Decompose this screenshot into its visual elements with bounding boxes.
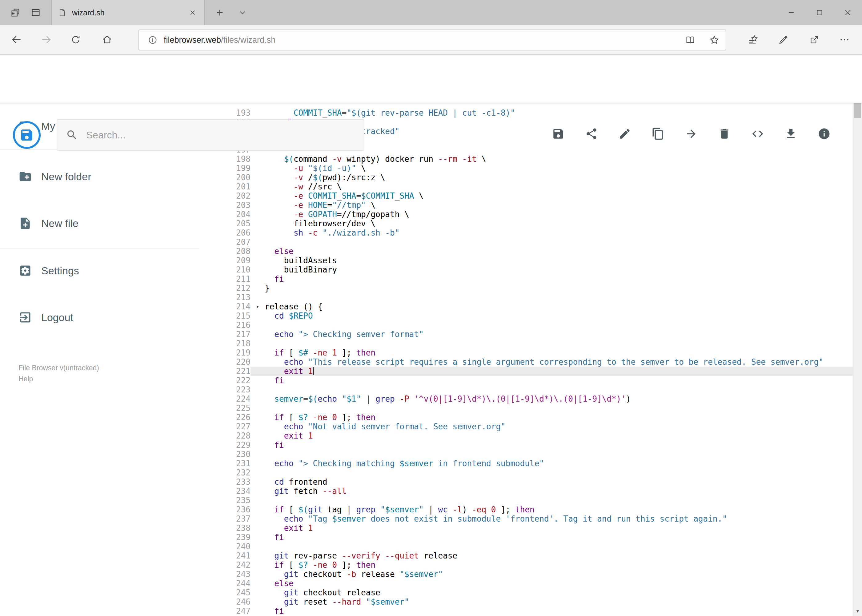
- code-line-245[interactable]: 245 git checkout release: [199, 588, 853, 597]
- code-line-236[interactable]: 236 if [ $(git tag | grep "$semver" | wc…: [199, 505, 853, 514]
- code-line-208[interactable]: 208 else: [199, 247, 853, 256]
- info-button[interactable]: [812, 121, 837, 146]
- browser-tab[interactable]: wizard.sh: [51, 0, 205, 25]
- code-line-231[interactable]: 231 echo "> Checking matching $semver in…: [199, 459, 853, 468]
- code-line-239[interactable]: 239 fi: [199, 533, 853, 542]
- code-line-205[interactable]: 205 filebrowser/dev \: [199, 219, 853, 228]
- code-text[interactable]: fi: [265, 274, 853, 284]
- code-line-229[interactable]: 229 fi: [199, 440, 853, 449]
- page-scrollbar[interactable]: ▲ ▼: [853, 55, 862, 616]
- code-text[interactable]: fi: [265, 533, 853, 542]
- code-line-227[interactable]: 227 echo "Not valid semver format. See s…: [199, 422, 853, 431]
- code-text[interactable]: echo "Not valid semver format. See semve…: [265, 422, 853, 431]
- code-text[interactable]: if [ $? -ne 0 ]; then: [265, 413, 853, 422]
- code-text[interactable]: -e HOME="//tmp" \: [265, 201, 853, 210]
- sidebar-item-settings[interactable]: Settings: [0, 256, 199, 285]
- home-icon[interactable]: [93, 25, 121, 54]
- sidebar-item-new-file[interactable]: New file: [0, 209, 199, 237]
- code-text[interactable]: [265, 496, 853, 505]
- code-text[interactable]: release () {: [265, 302, 853, 311]
- delete-button[interactable]: [712, 121, 737, 146]
- code-line-220[interactable]: 220 echo "This release script requires a…: [199, 357, 853, 366]
- code-text[interactable]: }: [265, 284, 853, 293]
- favorite-star-icon[interactable]: [709, 35, 720, 45]
- sidebar-item-new-folder[interactable]: New folder: [0, 162, 199, 191]
- code-text[interactable]: [265, 237, 853, 247]
- code-line-222[interactable]: 222 fi: [199, 376, 853, 385]
- code-text[interactable]: else: [265, 579, 853, 588]
- tab-close-icon[interactable]: [187, 7, 198, 18]
- code-text[interactable]: [265, 321, 853, 330]
- code-text[interactable]: [265, 404, 853, 413]
- code-line-200[interactable]: 200 -v /$(pwd):/src:z \: [199, 173, 853, 182]
- hub-icon[interactable]: [740, 25, 767, 54]
- code-line-223[interactable]: 223: [199, 385, 853, 394]
- code-text[interactable]: echo "This release script requires a sin…: [265, 357, 853, 366]
- code-text[interactable]: cd $REPO: [265, 311, 853, 321]
- code-line-240[interactable]: 240: [199, 542, 853, 551]
- code-line-225[interactable]: 225: [199, 404, 853, 413]
- chevron-down-icon[interactable]: [233, 0, 252, 25]
- code-line-214[interactable]: 214▾release () {: [199, 302, 853, 311]
- maximize-icon[interactable]: [805, 0, 834, 25]
- code-text[interactable]: git checkout release: [265, 588, 853, 597]
- code-line-224[interactable]: 224 semver=$(echo "$1" | grep -P '^v(0|[…: [199, 394, 853, 404]
- code-text[interactable]: sh -c "./wizard.sh -b": [265, 228, 853, 237]
- code-text[interactable]: -w //src \: [265, 182, 853, 191]
- code-text[interactable]: -e COMMIT_SHA=$COMMIT_SHA \: [265, 191, 853, 201]
- code-text[interactable]: echo "Tag $semver does not exist in subm…: [265, 514, 853, 523]
- download-button[interactable]: [778, 121, 803, 146]
- move-button[interactable]: [679, 121, 703, 146]
- code-line-204[interactable]: 204 -e GOPATH=//tmp/gopath \: [199, 210, 853, 219]
- set-tabs-aside-icon[interactable]: [10, 7, 20, 18]
- edit-button[interactable]: [612, 121, 637, 146]
- code-line-235[interactable]: 235: [199, 496, 853, 505]
- code-text[interactable]: [265, 542, 853, 551]
- code-line-206[interactable]: 206 sh -c "./wizard.sh -b": [199, 228, 853, 237]
- code-line-230[interactable]: 230: [199, 449, 853, 459]
- code-text[interactable]: [265, 468, 853, 477]
- share-button[interactable]: [579, 121, 604, 146]
- code-text[interactable]: buildBinary: [265, 265, 853, 274]
- help-link[interactable]: Help: [19, 373, 99, 384]
- code-text[interactable]: buildAssets: [265, 256, 853, 265]
- search-input[interactable]: [86, 129, 355, 141]
- code-line-226[interactable]: 226 if [ $? -ne 0 ]; then: [199, 413, 853, 422]
- code-text[interactable]: [265, 293, 853, 302]
- sidebar-item-logout[interactable]: Logout: [0, 303, 199, 332]
- code-text[interactable]: exit 1: [265, 431, 853, 440]
- code-text[interactable]: exit 1: [265, 366, 853, 376]
- code-text[interactable]: fi: [265, 376, 853, 385]
- code-text[interactable]: [265, 385, 853, 394]
- code-line-228[interactable]: 228 exit 1: [199, 431, 853, 440]
- code-text[interactable]: fi: [265, 440, 853, 449]
- code-line-201[interactable]: 201 -w //src \: [199, 182, 853, 191]
- code-text[interactable]: else: [265, 247, 853, 256]
- fold-marker-icon[interactable]: ▾: [251, 302, 265, 311]
- code-line-212[interactable]: 212}: [199, 284, 853, 293]
- minimize-icon[interactable]: [777, 0, 805, 25]
- code-text[interactable]: exit 1: [265, 523, 853, 533]
- save-button[interactable]: [546, 121, 570, 146]
- refresh-icon[interactable]: [61, 25, 90, 54]
- code-text[interactable]: git fetch --all: [265, 487, 853, 496]
- code-line-246[interactable]: 246 git reset --hard "$semver": [199, 597, 853, 607]
- code-line-243[interactable]: 243 git checkout -b release "$semver": [199, 570, 853, 579]
- tab-preview-icon[interactable]: [30, 7, 41, 18]
- code-text[interactable]: -u "$(id -u)" \: [265, 163, 853, 173]
- code-line-199[interactable]: 199 -u "$(id -u)" \: [199, 163, 853, 173]
- code-line-203[interactable]: 203 -e HOME="//tmp" \: [199, 201, 853, 210]
- code-text[interactable]: [265, 339, 853, 348]
- address-bar[interactable]: filebrowser.web/files/wizard.sh: [139, 30, 726, 50]
- code-text[interactable]: semver=$(echo "$1" | grep -P '^v(0|[1-9]…: [265, 394, 853, 404]
- code-text[interactable]: echo "> Checking matching $semver in fro…: [265, 459, 853, 468]
- code-line-216[interactable]: 216: [199, 321, 853, 330]
- code-text[interactable]: -v /$(pwd):/src:z \: [265, 173, 853, 182]
- code-text[interactable]: git checkout -b release "$semver": [265, 570, 853, 579]
- code-line-219[interactable]: 219 if [ $# -ne 1 ]; then: [199, 348, 853, 357]
- code-line-241[interactable]: 241 git rev-parse --verify --quiet relea…: [199, 551, 853, 560]
- code-text[interactable]: if [ $# -ne 1 ]; then: [265, 348, 853, 357]
- code-line-233[interactable]: 233 cd frontend: [199, 477, 853, 487]
- back-icon[interactable]: [2, 25, 31, 54]
- code-line-242[interactable]: 242 if [ $? -ne 0 ]; then: [199, 560, 853, 570]
